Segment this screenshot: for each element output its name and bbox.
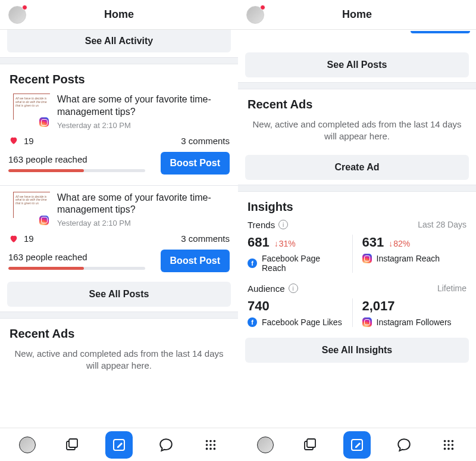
- metric-value: 2,017: [362, 298, 395, 314]
- separator: [0, 57, 238, 64]
- metric-value: 740: [248, 298, 270, 314]
- compose-button[interactable]: [105, 431, 133, 459]
- heart-icon: [8, 234, 19, 244]
- post-thumbnail: All we have to decide is what to do with…: [8, 192, 50, 226]
- compose-icon: [112, 438, 126, 452]
- arrow-down-icon: ↓: [389, 239, 393, 248]
- instagram-icon: [362, 317, 372, 327]
- post-title: What are some of your favorite time-mana…: [57, 94, 230, 119]
- info-icon[interactable]: i: [289, 284, 298, 293]
- separator: [238, 185, 476, 192]
- metric-value: 681: [248, 235, 270, 250]
- instagram-icon: [362, 254, 372, 263]
- post-card[interactable]: All we have to decide is what to do with…: [0, 91, 238, 179]
- scroll-area[interactable]: See All Activity Recent Posts All we hav…: [0, 30, 238, 461]
- header: Home: [238, 0, 476, 30]
- post-timestamp: Yesterday at 2:10 PM: [57, 121, 230, 130]
- post-card[interactable]: All we have to decide is what to do with…: [0, 189, 238, 278]
- metric-label: Facebook Page Likes: [262, 317, 342, 327]
- avatar-icon: [257, 437, 274, 453]
- facebook-icon: f: [248, 317, 257, 327]
- audience-label: Audience: [248, 284, 285, 294]
- post-title: What are some of your favorite time-mana…: [57, 192, 230, 217]
- tab-messages[interactable]: [392, 433, 416, 457]
- svg-point-23: [452, 447, 454, 450]
- right-pane: Home See All Posts Recent Ads New, activ…: [238, 0, 476, 461]
- grid-icon: [204, 438, 217, 451]
- tab-profile[interactable]: [15, 433, 39, 457]
- recent-ads-title: Recent Ads: [0, 319, 238, 345]
- metric-ig-reach[interactable]: 631 ↓82% Instagram Reach: [352, 235, 467, 273]
- create-ad-button[interactable]: Create Ad: [245, 155, 469, 180]
- svg-point-6: [206, 444, 208, 446]
- svg-point-9: [206, 447, 208, 450]
- see-all-posts-button[interactable]: See All Posts: [245, 52, 469, 77]
- svg-point-10: [209, 447, 212, 450]
- metric-ig-followers[interactable]: 2,017 Instagram Followers: [352, 298, 467, 327]
- metric-value: 631: [362, 235, 384, 250]
- svg-rect-13: [307, 439, 315, 447]
- recent-ads-empty: New, active and completed ads from the l…: [238, 116, 476, 150]
- compose-button[interactable]: [343, 431, 371, 459]
- svg-point-18: [444, 444, 446, 446]
- arrow-down-icon: ↓: [274, 239, 278, 248]
- header: Home: [0, 0, 238, 30]
- post-timestamp: Yesterday at 2:10 PM: [57, 219, 230, 228]
- svg-point-8: [214, 444, 216, 446]
- page-title: Home: [104, 8, 134, 21]
- tab-more[interactable]: [437, 433, 461, 457]
- recent-ads-empty: New, active and completed ads from the l…: [0, 345, 238, 379]
- tab-profile[interactable]: [253, 433, 277, 457]
- comments-count[interactable]: 3 comments: [181, 136, 230, 146]
- pages-icon: [65, 438, 79, 452]
- profile-avatar[interactable]: [8, 6, 26, 24]
- tab-more[interactable]: [199, 433, 223, 457]
- comments-count[interactable]: 3 comments: [181, 233, 230, 244]
- metric-fb-reach[interactable]: 681 ↓31% f Facebook Page Reach: [248, 235, 352, 273]
- metric-fb-likes[interactable]: 740 f Facebook Page Likes: [248, 298, 352, 327]
- svg-point-19: [447, 444, 450, 446]
- facebook-icon: f: [248, 258, 257, 268]
- trends-range: Last 28 Days: [418, 220, 466, 229]
- reach-text: 163 people reached: [8, 252, 155, 262]
- svg-point-20: [452, 444, 454, 446]
- chat-icon: [158, 437, 174, 453]
- grid-icon: [442, 438, 455, 451]
- metric-label: Facebook Page Reach: [262, 254, 327, 273]
- metric-label: Instagram Followers: [377, 317, 452, 327]
- profile-avatar[interactable]: [246, 6, 264, 24]
- boost-post-button[interactable]: Boost Post: [161, 250, 230, 272]
- scroll-area[interactable]: See All Posts Recent Ads New, active and…: [238, 30, 476, 461]
- tab-bar: [238, 428, 476, 461]
- info-icon[interactable]: i: [278, 220, 288, 229]
- svg-point-5: [214, 440, 216, 442]
- metric-label: Instagram Reach: [377, 254, 440, 263]
- left-pane: Home See All Activity Recent Posts All w…: [0, 0, 238, 461]
- chat-icon: [396, 437, 412, 453]
- see-all-insights-button[interactable]: See All Insights: [245, 338, 469, 363]
- svg-point-4: [209, 440, 212, 442]
- separator: [0, 312, 238, 319]
- likes-count: 19: [24, 233, 34, 244]
- svg-point-22: [447, 447, 450, 450]
- pages-icon: [303, 438, 317, 452]
- tab-pages[interactable]: [298, 433, 322, 457]
- tab-pages[interactable]: [60, 433, 84, 457]
- tab-bar: [0, 428, 238, 461]
- trends-label: Trends: [248, 220, 275, 230]
- instagram-icon: [39, 117, 49, 127]
- notification-dot-icon: [260, 5, 265, 10]
- heart-icon: [8, 136, 19, 145]
- see-all-posts-button[interactable]: See All Posts: [7, 282, 231, 307]
- reach-text: 163 people reached: [8, 154, 155, 164]
- partial-button-edge: [411, 31, 470, 33]
- svg-rect-1: [69, 439, 77, 447]
- recent-ads-title: Recent Ads: [238, 89, 476, 116]
- svg-point-11: [214, 447, 216, 450]
- svg-point-7: [209, 444, 212, 446]
- svg-point-16: [447, 440, 450, 442]
- see-all-activity-button[interactable]: See All Activity: [7, 30, 231, 52]
- tab-messages[interactable]: [154, 433, 178, 457]
- instagram-icon: [39, 216, 49, 225]
- boost-post-button[interactable]: Boost Post: [161, 152, 230, 175]
